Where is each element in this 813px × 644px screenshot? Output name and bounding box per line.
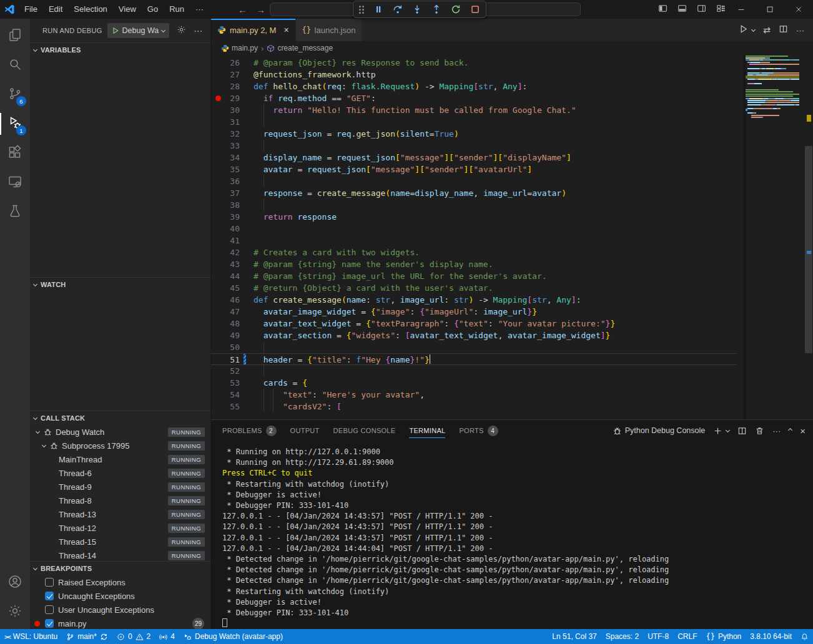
activity-source-control[interactable]: 6 [0,80,30,109]
breakpoints-section-header[interactable]: BREAKPOINTS [30,562,210,575]
terminal-instance-select[interactable]: Python Debug Console [613,426,706,436]
code-line-43[interactable]: 43 # @param {string} name the sender's d… [211,258,737,270]
call-stack-item[interactable]: Thread-14 RUNNING [30,549,210,561]
terminal-dropdown-icon[interactable] [726,427,730,432]
line-number[interactable]: 31 [211,116,240,128]
code-line-35[interactable]: 35 avatar = request_json["message"]["sen… [211,163,737,175]
line-number[interactable]: 42 [211,246,240,258]
activity-search[interactable] [0,51,30,80]
layout-sidebar-icon[interactable] [658,4,668,15]
code-line-28[interactable]: 28 def hello_chat(req: flask.Request) ->… [211,80,737,92]
status-cursor-position[interactable]: Ln 51, Col 37 [548,629,601,644]
code-line-36[interactable]: 36 [211,175,737,187]
line-number[interactable]: 40 [211,223,240,235]
code-line-31[interactable]: 31 [211,116,737,128]
code-line-34[interactable]: 34 display_name = request_json["message"… [211,152,737,163]
menu-run[interactable]: Run [164,4,190,14]
status-encoding[interactable]: UTF-8 [643,629,673,644]
code-line-41[interactable]: 41 [211,235,737,246]
activity-remote-explorer[interactable] [0,168,30,197]
line-number[interactable]: 48 [211,318,240,329]
nav-back-icon[interactable]: ← [238,4,247,15]
menu-file[interactable]: File [19,4,43,14]
more-actions-icon[interactable]: ··· [772,426,781,436]
activity-settings[interactable] [0,597,30,627]
code-line-45[interactable]: 45 # @return {Object} a card with the us… [211,282,737,294]
status-git-branch[interactable]: main* [62,629,112,644]
line-number[interactable]: 34 [211,152,240,163]
breadcrumb-item[interactable]: create_message [267,44,333,52]
line-number[interactable]: 46 [211,294,240,306]
status-python-interpreter[interactable]: 3.8.10 64-bit [746,629,796,644]
status-language-mode[interactable]: {}Python [701,629,746,644]
line-number[interactable]: 30 [211,104,240,116]
code-line-39[interactable]: 39 return response [211,211,737,223]
code-line-37[interactable]: 37 response = create_message(name=displa… [211,187,737,199]
line-number[interactable]: 47 [211,306,240,318]
call-stack-item[interactable]: MainThread RUNNING [30,452,210,466]
layout-panel-icon[interactable] [678,4,687,15]
breakpoint-checkbox[interactable] [45,578,54,587]
run-python-file-icon[interactable] [739,24,748,36]
step-over-icon[interactable] [393,4,403,14]
breakpoint-item[interactable]: User Uncaught Exceptions [30,603,210,617]
variables-section-header[interactable]: VARIABLES [30,43,210,57]
line-number[interactable]: 28 [211,80,240,92]
restart-icon[interactable] [451,4,461,14]
code-line-30[interactable]: 30 return "Hello! This function must be … [211,104,737,116]
editor-scrollbar[interactable] [804,55,813,419]
tab-launch-json[interactable]: {} launch.json [296,19,363,41]
call-stack-item[interactable]: Thread-8 RUNNING [30,494,210,507]
close-panel-icon[interactable]: × [800,426,806,436]
panel-tab-problems[interactable]: PROBLEMS 2 [222,420,277,441]
activity-explorer[interactable] [0,21,30,51]
call-stack-item[interactable]: Thread-9 RUNNING [30,480,210,494]
line-number[interactable]: 44 [211,270,240,282]
breakpoint-glyph-icon[interactable] [215,95,221,101]
breakpoint-checkbox[interactable] [45,619,54,628]
breakpoint-checkbox[interactable] [45,592,54,600]
layout-custom-icon[interactable] [716,4,726,15]
split-terminal-icon[interactable] [737,426,747,436]
breakpoint-item[interactable]: Uncaught Exceptions [30,589,210,603]
code-line-44[interactable]: 44 # @param {string} image_url the URL f… [211,270,737,282]
line-number[interactable]: 53 [211,377,240,389]
call-stack-item[interactable]: Debug Watch RUNNING [30,425,210,439]
status-eol[interactable]: CRLF [673,629,701,644]
close-icon[interactable] [784,0,813,19]
code-editor[interactable]: 26 # @param {Object} res Response to sen… [211,55,813,419]
code-line-55[interactable]: 55 "cardsV2": [ [211,401,737,412]
line-number[interactable]: 37 [211,187,240,199]
line-number[interactable]: 33 [211,140,240,152]
split-editor-icon[interactable] [779,24,788,36]
code-line-29[interactable]: 29 if req.method == "GET": [211,92,737,104]
status-problems[interactable]: 02 [112,629,155,644]
debug-settings-gear-icon[interactable] [177,25,186,36]
panel-tab-terminal[interactable]: TERMINAL [409,420,445,441]
call-stack-item[interactable]: Thread-15 RUNNING [30,535,210,549]
step-into-icon[interactable] [412,4,422,14]
code-line-46[interactable]: 46 def create_message(name: str, image_u… [211,294,737,306]
terminal-output[interactable]: * Running on http://127.0.0.1:9000 * Run… [211,441,813,629]
line-number[interactable]: 55 [211,401,240,412]
line-number[interactable]: 41 [211,235,240,246]
minimap[interactable] [746,55,799,419]
menu-go[interactable]: Go [142,4,164,14]
minimize-icon[interactable] [727,0,756,19]
line-number[interactable]: 32 [211,128,240,140]
panel-tab-output[interactable]: OUTPUT [290,420,320,441]
line-number[interactable]: 39 [211,211,240,223]
menu-view[interactable]: View [113,4,142,14]
line-number[interactable]: 26 [211,57,240,69]
line-number[interactable]: 43 [211,258,240,270]
debug-config-select[interactable]: Debug Wa [107,23,170,38]
nav-forward-icon[interactable]: → [256,4,265,15]
panel-tab-ports[interactable]: PORTS 4 [459,420,498,441]
maximize-panel-icon[interactable] [788,427,792,432]
breakpoint-item[interactable]: main.py 29 [30,617,210,629]
activity-testing[interactable] [0,197,30,227]
line-number[interactable]: 50 [211,341,240,353]
code-line-33[interactable]: 33 [211,140,737,152]
code-line-26[interactable]: 26 # @param {Object} res Response to sen… [211,57,737,69]
kill-terminal-icon[interactable] [755,426,764,436]
